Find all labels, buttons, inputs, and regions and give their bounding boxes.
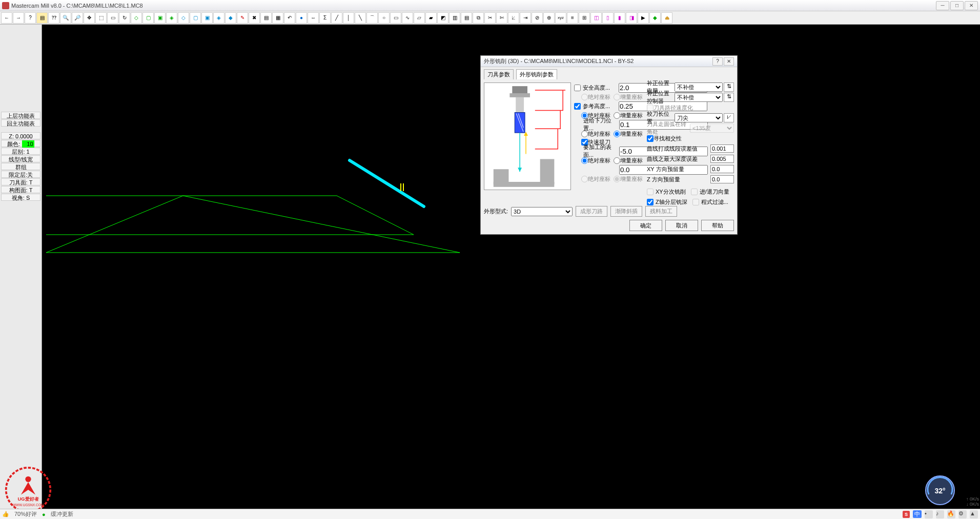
minimize-button[interactable]: ─	[936, 1, 949, 10]
tip-icon[interactable]: ⩗	[724, 113, 734, 122]
help-button[interactable]: 帮助	[701, 220, 734, 231]
feed-abs-radio[interactable]	[581, 131, 588, 137]
ime-label[interactable]: 中	[913, 510, 922, 518]
dialog-titlebar[interactable]: 外形铣削 (3D) - C:\MCAM8\MILL\NCI\MODEL1.NCI…	[481, 56, 737, 67]
cplane3-button[interactable]: ▣	[201, 12, 213, 24]
sigma-button[interactable]: Σ	[319, 12, 331, 24]
post-button[interactable]: ◆	[649, 12, 661, 24]
dialog-help-button[interactable]: ?	[712, 57, 723, 66]
contour-type-select[interactable]: 3D	[511, 207, 573, 216]
close-button[interactable]: ✕	[965, 1, 978, 10]
cplane4-button[interactable]: ◈	[213, 12, 224, 24]
extra1-button[interactable]: ▥	[449, 12, 460, 24]
safe-height-button[interactable]: 安全高度...	[583, 84, 617, 92]
cplane2-button[interactable]: ▢	[190, 12, 201, 24]
back-menu-button[interactable]: 回主功能表	[1, 119, 40, 127]
zoom-out-button[interactable]: 🔍	[60, 12, 71, 24]
tab-tool-params[interactable]: 刀具参数	[484, 69, 514, 79]
nav-fwd-button[interactable]: →	[13, 12, 24, 24]
view-side-button[interactable]: ◈	[166, 12, 177, 24]
globe-button[interactable]: ●	[296, 12, 307, 24]
undo2-button[interactable]: ↶	[284, 12, 295, 24]
grid-button[interactable]: ⊞	[579, 12, 590, 24]
tray-icon-5[interactable]: ▲	[970, 510, 978, 518]
limit-row[interactable]: 限定层:关	[1, 171, 40, 178]
extend-button[interactable]: ⇥	[520, 12, 531, 24]
fit-button[interactable]: ⬚	[95, 12, 107, 24]
surf-abs-radio[interactable]	[581, 157, 588, 164]
spline-button[interactable]: ∿	[402, 12, 413, 24]
exit-button[interactable]: ⏏	[661, 12, 672, 24]
redraw-button[interactable]: ↻	[119, 12, 130, 24]
safe-height-check[interactable]	[574, 85, 581, 91]
line1-button[interactable]: ╱	[331, 12, 342, 24]
toolpath2-button[interactable]: ▯	[602, 12, 614, 24]
break-button[interactable]: ⊘	[532, 12, 543, 24]
find-intersect-check[interactable]	[647, 135, 654, 142]
toolface-row[interactable]: 刀具面: T	[1, 178, 40, 185]
comp-dir-icon-1[interactable]: ⇅	[724, 82, 734, 92]
trim2-button[interactable]: ✄	[496, 12, 507, 24]
trim1-button[interactable]: ✂	[484, 12, 496, 24]
tray-icon-3[interactable]: 🔥	[947, 510, 955, 518]
comp-dir-icon-2[interactable]: ⇅	[724, 93, 734, 102]
toolpath1-button[interactable]: ◫	[590, 12, 602, 24]
tray-icon-4[interactable]: ⚙	[958, 510, 967, 518]
undo-button[interactable]: ✖	[249, 12, 260, 24]
feed-inc-radio[interactable]	[614, 131, 620, 137]
mirror-button[interactable]: ⧉	[473, 12, 484, 24]
z-depth-check[interactable]	[647, 199, 654, 205]
context-help-button[interactable]: ⁇	[48, 12, 59, 24]
verify-button[interactable]: ▶	[638, 12, 649, 24]
line2-button[interactable]: │	[343, 12, 354, 24]
delete-button[interactable]: ✎	[237, 12, 248, 24]
maximize-button[interactable]: □	[950, 1, 964, 10]
z-reserve-input[interactable]	[710, 175, 734, 183]
toolpath3-button[interactable]: ▮	[614, 12, 625, 24]
view-iso-button[interactable]: ◇	[131, 12, 142, 24]
join-button[interactable]: ⊕	[543, 12, 555, 24]
shade-button[interactable]: ▦	[272, 12, 283, 24]
window-button[interactable]: ▭	[107, 12, 118, 24]
xyz-button[interactable]: xyz	[555, 12, 566, 24]
comp-computer-select[interactable]: 不补偿	[675, 82, 723, 92]
color-row[interactable]: 颜色: 10	[1, 140, 40, 147]
tab-contour-params[interactable]: 外形铣削参数	[516, 69, 557, 79]
cancel-button[interactable]: 取消	[665, 220, 698, 231]
ref-height-check[interactable]	[574, 103, 581, 110]
cplane1-button[interactable]: ◇	[178, 12, 189, 24]
extra2-button[interactable]: ▤	[461, 12, 472, 24]
line3-button[interactable]: ╲	[355, 12, 366, 24]
upper-menu-button[interactable]: 上层功能表	[1, 112, 40, 119]
cplane5-button[interactable]: ◆	[225, 12, 236, 24]
view-row[interactable]: 视角: S	[1, 194, 40, 201]
group-row[interactable]: 群组	[1, 163, 40, 170]
toolpath4-button[interactable]: ◨	[626, 12, 637, 24]
z-value[interactable]: Z: 0.0000	[1, 132, 40, 139]
linetype-row[interactable]: 线型/线宽	[1, 155, 40, 162]
layer-row[interactable]: 层别: 1	[1, 148, 40, 155]
constface-row[interactable]: 构图面: T	[1, 186, 40, 193]
speedometer-widget[interactable]: 32°	[924, 474, 956, 507]
comp-controller-select[interactable]: 不补偿	[675, 93, 723, 102]
view-front-button[interactable]: ▣	[154, 12, 166, 24]
dialog-close-button[interactable]: ✕	[724, 57, 734, 66]
nav-back-button[interactable]: ←	[1, 12, 12, 24]
surf-inc-radio[interactable]	[614, 157, 620, 164]
layer-button[interactable]: ≡	[567, 12, 578, 24]
ref-height-button[interactable]: 参考高度...	[583, 102, 617, 110]
tray-icon-1[interactable]: •	[925, 510, 933, 518]
xy-reserve-input[interactable]	[710, 165, 734, 173]
ime-indicator[interactable]: S	[903, 511, 910, 518]
help-button[interactable]: ?	[25, 12, 36, 24]
zoom-in-button[interactable]: 🔎	[72, 12, 83, 24]
tray-icon-2[interactable]: ♪	[936, 510, 944, 518]
surf2-button[interactable]: ▰	[425, 12, 437, 24]
z-depth-button[interactable]: Z轴分层铣深	[654, 198, 689, 206]
analyze-button[interactable]: ▤	[260, 12, 272, 24]
arc-button[interactable]: ⌒	[366, 12, 378, 24]
file-button[interactable]: ▤	[36, 12, 48, 24]
max-depth-input[interactable]	[710, 155, 734, 163]
circle-button[interactable]: ○	[378, 12, 390, 24]
dim-button[interactable]: ↔	[308, 12, 319, 24]
